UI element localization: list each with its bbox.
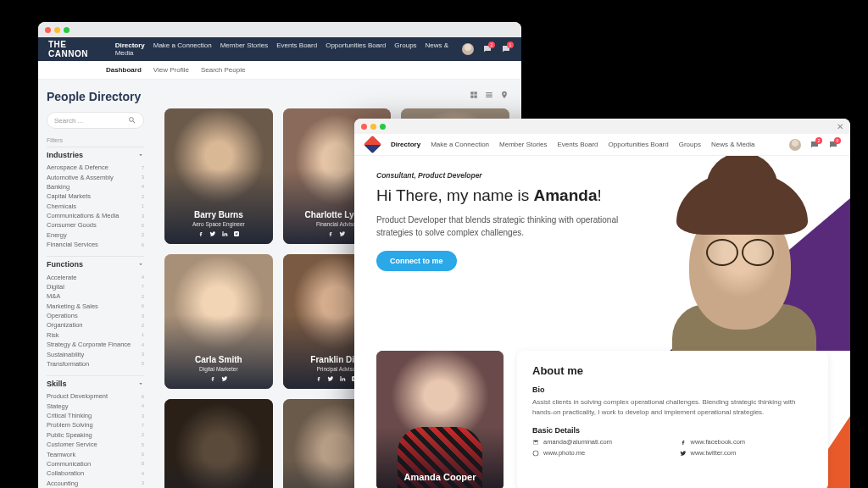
minimize-icon[interactable] (54, 27, 60, 33)
nav-item-make-a-connection[interactable]: Make a Connection (431, 141, 489, 148)
filter-item[interactable]: Marketing & Sales6 (47, 302, 144, 311)
ig-icon[interactable] (233, 230, 240, 237)
list-view-button[interactable] (484, 90, 494, 100)
messages-icon[interactable]: 2 (482, 44, 492, 54)
filter-item[interactable]: Communication8 (47, 459, 144, 469)
nav-item-opportunities-board[interactable]: Opportunities Board (609, 141, 669, 148)
filter-item[interactable]: Accounting3 (47, 479, 144, 488)
avatar[interactable] (462, 43, 474, 55)
filter-item[interactable]: Critical Thinking3 (47, 411, 144, 420)
filter-item[interactable]: Automotive & Assembly3 (47, 172, 144, 181)
filter-item[interactable]: Capital Markets2 (47, 191, 144, 201)
brand-logo[interactable] (364, 136, 381, 153)
filter-item[interactable]: Teamwork6 (47, 449, 144, 458)
detail-row[interactable]: www.photo.me (532, 449, 666, 457)
person-card[interactable]: Tom Taylor (164, 399, 273, 488)
subnav-dashboard[interactable]: Dashboard (106, 66, 142, 74)
filter-item[interactable]: Problem Solving7 (47, 420, 144, 430)
close-button[interactable]: ✕ (837, 122, 843, 131)
person-role: Aero Space Engineer (192, 221, 245, 227)
profile-hero: Consultant, Product Developer Hi There, … (354, 156, 850, 351)
t-icon[interactable] (327, 375, 334, 382)
brand-logo[interactable]: THE CANNON (48, 40, 105, 58)
filter-item[interactable]: Public Speaking2 (47, 430, 144, 440)
nav-item-member-stories[interactable]: Member Stories (220, 42, 268, 49)
window-titlebar (38, 22, 521, 37)
nav-item-member-stories[interactable]: Member Stories (499, 141, 547, 148)
subnav-view-profile[interactable]: View Profile (153, 66, 189, 74)
about-panel: About me Bio Assist clients in solving c… (517, 351, 828, 488)
detail-row[interactable]: www.facebook.com (680, 438, 814, 446)
subnav-search-people[interactable]: Search People (201, 66, 245, 74)
profile-role: Consultant, Product Developer (376, 171, 622, 180)
f-icon[interactable] (209, 375, 216, 382)
filter-item[interactable]: Communications & Media3 (47, 211, 144, 220)
in-icon[interactable] (221, 230, 228, 237)
detail-row[interactable]: amanda@aluminati.com (532, 438, 666, 446)
filter-item[interactable]: Accelerate4 (47, 272, 144, 281)
filter-group-skills[interactable]: Skills (47, 375, 144, 391)
person-card[interactable]: Barry BurnsAero Space Engineer (164, 108, 273, 244)
notifications-icon[interactable]: 1 (501, 44, 511, 54)
social-links (209, 375, 228, 382)
nav-item-opportunities-board[interactable]: Opportunities Board (326, 42, 386, 49)
tw-icon (680, 450, 687, 457)
close-icon[interactable] (361, 124, 367, 130)
nav-item-directory[interactable]: Directory (115, 42, 145, 49)
filter-item[interactable]: Transformation5 (47, 359, 144, 369)
person-role: Digital Marketer (199, 366, 238, 372)
f-icon[interactable] (315, 375, 322, 382)
f-icon[interactable] (198, 230, 204, 237)
filter-item[interactable]: Consumer Goods5 (47, 220, 144, 230)
map-view-button[interactable] (499, 90, 509, 100)
nav-item-groups[interactable]: Groups (679, 141, 701, 148)
filter-item[interactable]: M&A2 (47, 291, 144, 301)
t-icon[interactable] (339, 230, 346, 237)
nav-item-groups[interactable]: Groups (394, 42, 416, 49)
t-icon[interactable] (221, 375, 228, 382)
filter-item[interactable]: Collaboration4 (47, 469, 144, 478)
filter-item[interactable]: Operations3 (47, 311, 144, 320)
filter-item[interactable]: Sustainability3 (47, 349, 144, 358)
filters-label: Filters (47, 137, 144, 143)
filter-item[interactable]: Strategy & Corporate Finance4 (47, 340, 144, 349)
filter-item[interactable]: Energy2 (47, 230, 144, 240)
in-icon[interactable] (339, 375, 346, 382)
messages-icon[interactable]: 2 (810, 140, 820, 150)
filter-sidebar: People Directory Search ... Filters Indu… (38, 80, 153, 488)
connect-button[interactable]: Connect to me (376, 251, 457, 271)
avatar[interactable] (789, 139, 801, 151)
filter-item[interactable]: Product Development6 (47, 391, 144, 401)
filter-item[interactable]: Digital7 (47, 282, 144, 291)
grid-view-button[interactable] (469, 90, 479, 100)
person-role: Principal Advisor (316, 366, 357, 372)
nav-item-news-media[interactable]: News & Media (711, 141, 755, 148)
filter-group-functions[interactable]: Functions (47, 256, 144, 272)
f-icon[interactable] (327, 230, 334, 237)
filter-item[interactable]: Banking4 (47, 182, 144, 191)
nav-item-events-board[interactable]: Events Board (558, 141, 598, 148)
notifications-icon[interactable]: 0 (828, 140, 838, 150)
maximize-icon[interactable] (380, 124, 386, 130)
close-icon[interactable] (45, 27, 51, 33)
nav-item-directory[interactable]: Directory (391, 141, 420, 148)
profile-card[interactable]: Amanda Cooper (376, 351, 504, 488)
nav-item-events-board[interactable]: Events Board (276, 42, 317, 49)
primary-nav: THE CANNON DirectoryMake a ConnectionMem… (38, 37, 521, 61)
t-icon[interactable] (209, 230, 216, 237)
nav-item-make-a-connection[interactable]: Make a Connection (153, 42, 212, 49)
minimize-icon[interactable] (370, 124, 376, 130)
secondary-nav: DashboardView ProfileSearch People (38, 61, 521, 80)
filter-item[interactable]: Risk1 (47, 330, 144, 340)
search-input[interactable]: Search ... (47, 112, 144, 129)
filter-group-industries[interactable]: Industries (47, 147, 144, 163)
filter-item[interactable]: Stategy4 (47, 402, 144, 411)
filter-item[interactable]: Customer Service5 (47, 440, 144, 449)
filter-item[interactable]: Financial Services6 (47, 240, 144, 249)
person-card[interactable]: Carla SmithDigital Marketer (164, 254, 273, 390)
filter-item[interactable]: Organization2 (47, 320, 144, 330)
maximize-icon[interactable] (64, 27, 70, 33)
filter-item[interactable]: Aerospace & Defence7 (47, 163, 144, 172)
filter-item[interactable]: Chemicals1 (47, 202, 144, 211)
detail-row[interactable]: www.twitter.com (680, 449, 814, 457)
